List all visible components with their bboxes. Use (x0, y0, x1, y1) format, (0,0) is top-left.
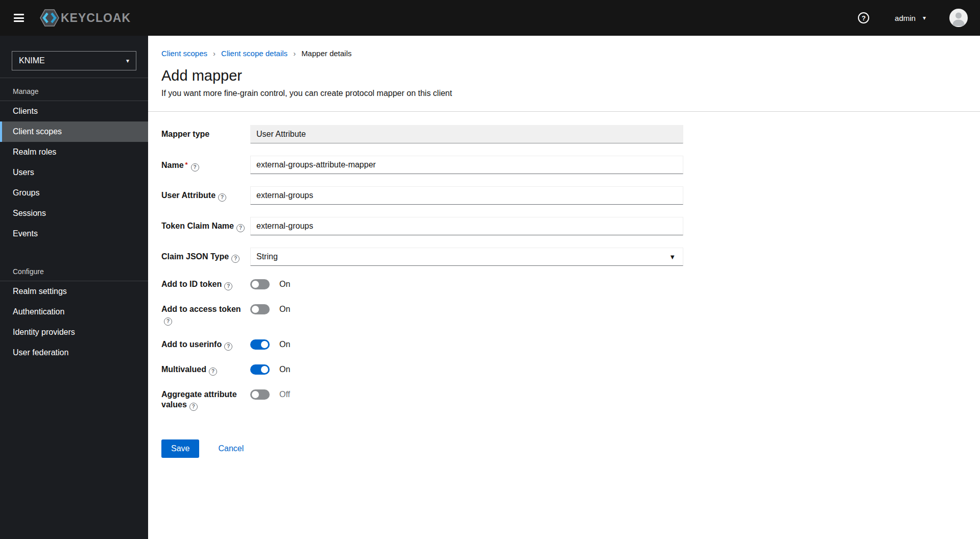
breadcrumb-mapper-details: Mapper details (301, 49, 351, 58)
add-to-userinfo-help-icon[interactable]: ? (224, 342, 232, 351)
claim-json-type-value: String (256, 252, 278, 261)
aggregate-attribute-values-toggle[interactable] (250, 389, 270, 400)
sidebar-item-authentication[interactable]: Authentication (0, 302, 148, 322)
form-row-name: Name*? (161, 156, 980, 174)
aggregate-attribute-values-state: Off (279, 388, 290, 399)
keycloak-admin-console: KEYCLOAK ? admin ▾ KNIME ▾ Manage (0, 0, 980, 539)
add-to-userinfo-label: Add to userinfo? (161, 338, 250, 351)
breadcrumb-separator-icon: › (213, 49, 216, 58)
breadcrumb-client-scope-details[interactable]: Client scope details (221, 49, 288, 58)
page-subtitle: If you want more fine-grain control, you… (161, 89, 967, 98)
sidebar-item-sessions[interactable]: Sessions (0, 203, 148, 224)
save-button[interactable]: Save (161, 439, 199, 458)
realm-name: KNIME (19, 56, 45, 65)
nav-section-manage: Manage (0, 78, 148, 101)
breadcrumb-client-scopes[interactable]: Client scopes (161, 49, 207, 58)
token-claim-name-input[interactable] (250, 217, 683, 235)
user-attribute-label: User Attribute? (161, 186, 250, 205)
toggle-row-aggregate-attribute-values: Aggregate attribute values? Off (161, 388, 980, 411)
add-to-userinfo-state: On (279, 338, 290, 349)
form-row-token-claim-name: Token Claim Name? (161, 217, 980, 235)
user-name: admin (895, 14, 916, 22)
form-actions: Save Cancel (161, 439, 980, 458)
aggregate-attribute-values-help-icon[interactable]: ? (189, 403, 198, 411)
add-to-id-token-toggle[interactable] (250, 279, 270, 289)
form-row-claim-json-type: Claim JSON Type? String ▼ (161, 248, 980, 266)
page-header: Client scopes › Client scope details › M… (148, 36, 980, 112)
chevron-down-icon: ▼ (669, 253, 676, 261)
sidebar-item-user-federation[interactable]: User federation (0, 342, 148, 363)
keycloak-logo-icon (39, 8, 60, 28)
user-menu[interactable]: admin ▾ (895, 14, 926, 22)
claim-json-type-select[interactable]: String ▼ (250, 248, 683, 266)
sidebar-item-client-scopes[interactable]: Client scopes (0, 121, 148, 142)
sidebar-item-clients[interactable]: Clients (0, 101, 148, 121)
page-title: Add mapper (161, 67, 967, 84)
realm-selector[interactable]: KNIME ▾ (12, 51, 136, 70)
toggle-row-add-to-userinfo: Add to userinfo? On (161, 338, 980, 351)
add-to-id-token-label: Add to ID token? (161, 278, 250, 290)
token-claim-name-help-icon[interactable]: ? (236, 224, 245, 232)
avatar[interactable] (949, 9, 968, 27)
main-content: Client scopes › Client scope details › M… (148, 36, 980, 539)
sidebar-item-realm-settings[interactable]: Realm settings (0, 281, 148, 302)
sidebar-item-realm-roles[interactable]: Realm roles (0, 142, 148, 162)
mapper-type-label: Mapper type (161, 125, 250, 143)
avatar-person-icon (949, 9, 968, 27)
add-to-id-token-help-icon[interactable]: ? (224, 282, 232, 290)
add-to-access-token-state: On (279, 303, 290, 314)
user-attribute-help-icon[interactable]: ? (218, 193, 226, 202)
sidebar-item-events[interactable]: Events (0, 224, 148, 244)
cancel-button[interactable]: Cancel (218, 444, 244, 453)
mapper-type-field (250, 125, 683, 143)
user-attribute-input[interactable] (250, 186, 683, 205)
help-icon[interactable]: ? (858, 12, 869, 23)
sidebar: KNIME ▾ Manage Clients Client scopes Rea… (0, 36, 148, 539)
add-to-userinfo-toggle[interactable] (250, 339, 270, 350)
add-to-access-token-label: Add to access token? (161, 303, 250, 326)
multivalued-label: Multivalued? (161, 363, 250, 376)
keycloak-logo: KEYCLOAK (39, 8, 131, 28)
breadcrumb: Client scopes › Client scope details › M… (161, 49, 967, 58)
name-label: Name*? (161, 156, 250, 174)
claim-json-type-help-icon[interactable]: ? (231, 255, 240, 263)
aggregate-attribute-values-label: Aggregate attribute values? (161, 388, 250, 411)
toggle-row-multivalued: Multivalued? On (161, 363, 980, 376)
sidebar-item-groups[interactable]: Groups (0, 183, 148, 203)
add-to-access-token-toggle[interactable] (250, 304, 270, 314)
add-to-access-token-help-icon[interactable]: ? (164, 317, 172, 326)
brand-text: KEYCLOAK (61, 11, 131, 25)
multivalued-state: On (279, 363, 290, 374)
name-help-icon[interactable]: ? (191, 163, 199, 172)
chevron-down-icon: ▾ (923, 15, 926, 21)
add-to-id-token-state: On (279, 278, 290, 289)
breadcrumb-separator-icon: › (293, 49, 296, 58)
form-row-user-attribute: User Attribute? (161, 186, 980, 205)
token-claim-name-label: Token Claim Name? (161, 217, 250, 235)
multivalued-toggle[interactable] (250, 364, 270, 375)
claim-json-type-label: Claim JSON Type? (161, 248, 250, 266)
nav-section-configure: Configure (0, 258, 148, 281)
name-input[interactable] (250, 156, 683, 174)
masthead-right: ? admin ▾ (858, 9, 968, 27)
required-asterisk: * (185, 161, 188, 168)
masthead: KEYCLOAK ? admin ▾ (0, 0, 980, 36)
sidebar-item-users[interactable]: Users (0, 162, 148, 183)
multivalued-help-icon[interactable]: ? (209, 368, 217, 376)
chevron-down-icon: ▾ (126, 58, 129, 64)
toggle-row-add-to-access-token: Add to access token? On (161, 303, 980, 326)
add-mapper-form: Mapper type Name*? (148, 112, 980, 458)
sidebar-item-identity-providers[interactable]: Identity providers (0, 322, 148, 342)
form-row-mapper-type: Mapper type (161, 125, 980, 143)
hamburger-menu-icon[interactable] (14, 14, 24, 22)
toggle-row-add-to-id-token: Add to ID token? On (161, 278, 980, 290)
